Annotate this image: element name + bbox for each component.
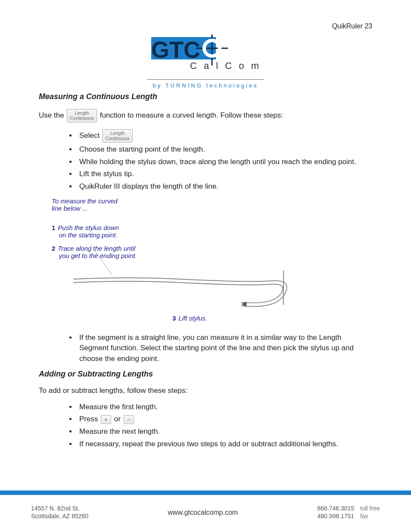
list-item: If the segment is a straight line, you c… — [77, 332, 372, 365]
footer-phones: 866.746.3015toll free 480.998.1751fax — [317, 505, 380, 520]
page-footer: 14557 N. 82nd St. Scottsdale, AZ 85260 w… — [0, 505, 411, 520]
section2-intro: To add or subtract lengths, follow these… — [39, 386, 372, 395]
logo-text-right: C a l C o m p — [190, 60, 266, 71]
logo-byline: by TURNING technologies — [39, 82, 372, 89]
post-diagram-list: If the segment is a straight line, you c… — [39, 332, 372, 365]
footer-url: www.gtcocalcomp.com — [168, 509, 238, 516]
footer-address: 14557 N. 82nd St. Scottsdale, AZ 85260 — [31, 505, 88, 520]
list-item: While holding the stylus down, trace alo… — [77, 156, 372, 168]
steps-list-1: Select Length Continuous Choose the star… — [39, 128, 372, 193]
list-item: Select Length Continuous — [77, 128, 372, 143]
list-item: Press + or − — [77, 413, 372, 426]
diagram-caption: To measure the curved line below ... — [52, 197, 118, 212]
length-continuous-button: Length Continuous — [67, 109, 97, 122]
plus-button: + — [101, 415, 111, 424]
diagram-step-1: 1Push the stylus down on the starting po… — [52, 224, 119, 239]
footer-divider-bar — [0, 490, 411, 495]
list-item: Lift the stylus tip. — [77, 168, 372, 180]
intro-paragraph: Use the Length Continuous function to me… — [39, 109, 372, 122]
steps-list-2: Measure the first length. Press + or − M… — [39, 401, 372, 451]
list-item: Choose the starting point of the length. — [77, 143, 372, 156]
page-number: QuikRuler 23 — [332, 22, 372, 30]
list-item: If necessary, repeat the previous two st… — [77, 438, 372, 451]
section-heading-measuring: Measuring a Continuous Length — [39, 92, 372, 101]
list-item: Measure the next length. — [77, 426, 372, 438]
measuring-diagram: To measure the curved line below ... 1Pu… — [52, 197, 327, 327]
list-item: QuikRuler III displays the length of the… — [77, 180, 372, 193]
brand-logo: GTC C a l C o m p by TURNING technologie… — [39, 34, 372, 89]
minus-button: − — [124, 415, 134, 424]
section-heading-add-sub: Adding or Subtracting Lengths — [39, 370, 372, 379]
list-item: Measure the first length. — [77, 401, 372, 414]
length-continuous-button: Length Continuous — [103, 129, 133, 143]
diagram-step-3: 3Lift stylus. — [172, 314, 207, 322]
intro-text-after: function to measure a curved length. Fol… — [100, 111, 283, 119]
logo-text-left: GTC — [151, 37, 200, 62]
gtco-calcomp-logo: GTC C a l C o m p — [145, 34, 266, 76]
logo-divider — [147, 79, 264, 80]
intro-text-before: Use the — [39, 111, 66, 119]
curved-line-graphic — [69, 266, 293, 314]
